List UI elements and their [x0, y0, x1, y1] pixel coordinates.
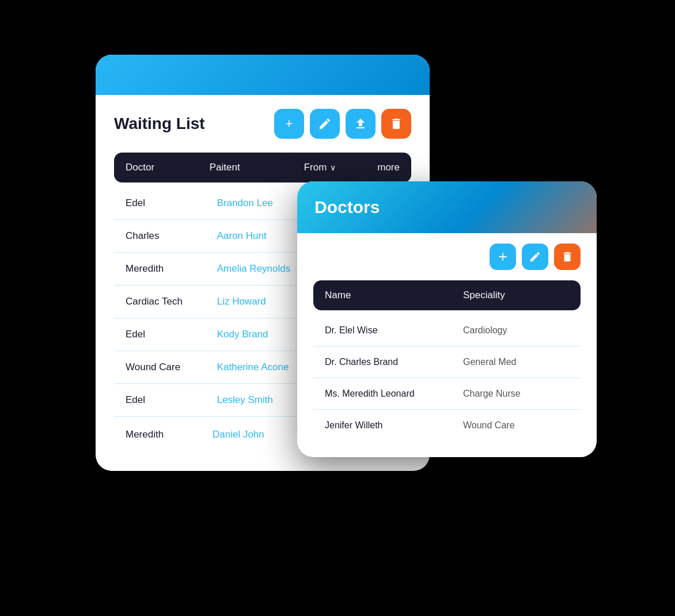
waiting-table-header: Doctor Paitent From ∨ more: [114, 153, 411, 182]
doctors-table-row: Jenifer Willeth Wound Care: [313, 410, 581, 441]
doctor-speciality: Cardiology: [463, 325, 569, 336]
delete-button[interactable]: [381, 109, 411, 139]
trash-icon: [561, 250, 574, 263]
plus-icon: [496, 250, 509, 263]
cell-doctor: Edel: [126, 394, 217, 406]
header-name: Name: [325, 290, 463, 301]
doctor-speciality: Charge Nurse: [463, 389, 569, 399]
cell-doctor: Meredith: [126, 429, 213, 440]
edit-button[interactable]: [310, 109, 340, 139]
doctors-delete-button[interactable]: [554, 244, 581, 270]
doctors-table-row: Dr. Charles Brand General Med: [313, 347, 581, 378]
waiting-list-toolbar: +: [274, 109, 411, 139]
doctor-name: Jenifer Willeth: [325, 420, 463, 431]
doctor-name: Dr. Elel Wise: [325, 325, 463, 336]
cell-doctor: Edel: [126, 197, 217, 209]
cell-patient: Daniel John: [213, 429, 310, 440]
chevron-down-icon: ∨: [330, 163, 336, 172]
doctors-edit-button[interactable]: [522, 244, 548, 270]
header-doctor: Doctor: [126, 162, 210, 173]
cell-doctor: Cardiac Tech: [126, 296, 217, 307]
doctor-speciality: General Med: [463, 357, 569, 367]
doctors-add-button[interactable]: [490, 244, 516, 270]
doctor-name: Dr. Charles Brand: [325, 357, 463, 367]
doctors-table-row: Ms. Meredith Leonard Charge Nurse: [313, 378, 581, 410]
doctors-card: Doctors: [297, 181, 597, 457]
trash-icon: [389, 117, 403, 131]
header-from: From ∨: [304, 162, 378, 173]
waiting-card-header-bar: [96, 55, 430, 95]
waiting-list-title: Waiting List: [114, 115, 205, 133]
header-more: more: [377, 162, 400, 173]
doctors-toolbar: [313, 244, 581, 270]
doctors-table-header: Name Speciality: [313, 280, 581, 310]
doctors-card-header-bar: Doctors: [297, 181, 597, 233]
doctor-speciality: Wound Care: [463, 420, 569, 431]
upload-button[interactable]: [346, 109, 376, 139]
cell-doctor: Edel: [126, 329, 217, 340]
doctors-table-row: Dr. Elel Wise Cardiology: [313, 315, 581, 347]
doctor-name: Ms. Meredith Leonard: [325, 389, 463, 399]
edit-icon: [318, 117, 332, 131]
header-speciality: Speciality: [463, 290, 569, 301]
add-button[interactable]: +: [274, 109, 304, 139]
doctors-title: Doctors: [314, 197, 380, 217]
cell-doctor: Meredith: [126, 263, 217, 275]
upload-icon: [354, 117, 367, 131]
header-patient: Paitent: [210, 162, 304, 173]
edit-icon: [529, 250, 541, 263]
cell-doctor: Charles: [126, 230, 217, 242]
cell-doctor: Wound Care: [126, 362, 217, 373]
